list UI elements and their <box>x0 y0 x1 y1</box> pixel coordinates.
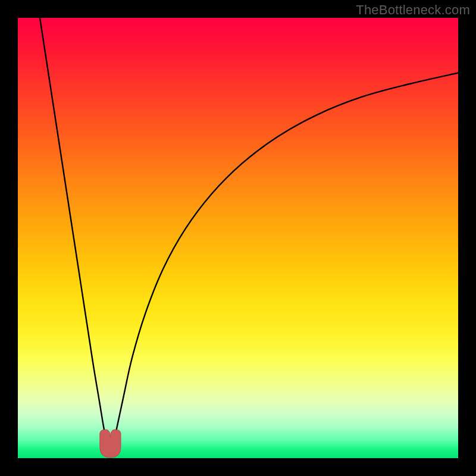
chart-svg <box>18 18 458 458</box>
curve-left-branch <box>40 18 107 445</box>
curve-right-branch <box>114 73 458 445</box>
minimum-marker <box>100 430 121 458</box>
chart-frame: TheBottleneck.com <box>0 0 476 476</box>
watermark-text: TheBottleneck.com <box>356 2 470 18</box>
plot-area <box>18 18 458 458</box>
